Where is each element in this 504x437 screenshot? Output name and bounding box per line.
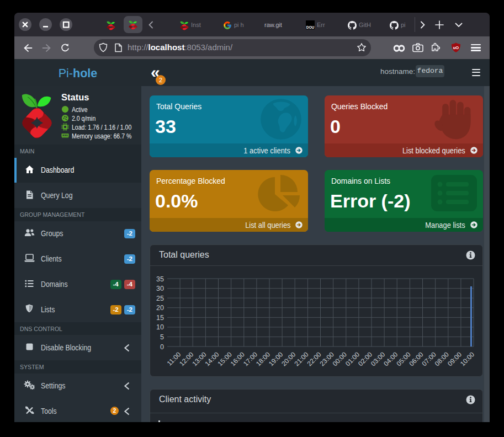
svg-text:02:00: 02:00: [357, 350, 374, 367]
svg-text:20:00: 20:00: [280, 350, 297, 367]
svg-text:00:00: 00:00: [331, 350, 348, 367]
svg-text:05:00: 05:00: [395, 350, 412, 367]
svg-text:35: 35: [156, 275, 164, 283]
svg-text:21:00: 21:00: [293, 350, 310, 367]
svg-text:19:00: 19:00: [267, 350, 284, 367]
svg-text:5: 5: [160, 333, 164, 341]
svg-text:17:00: 17:00: [242, 350, 259, 367]
svg-text:06:00: 06:00: [407, 350, 425, 367]
svg-text:08:00: 08:00: [433, 350, 450, 367]
svg-text:09:00: 09:00: [446, 350, 463, 367]
svg-text:10:00: 10:00: [459, 350, 476, 367]
svg-text:15:00: 15:00: [216, 350, 234, 367]
svg-text:30: 30: [156, 285, 164, 292]
svg-text:uO: uO: [453, 45, 459, 50]
svg-text:23:00: 23:00: [319, 350, 336, 367]
svg-text:13:00: 13:00: [190, 350, 208, 367]
svg-text:0: 0: [160, 343, 164, 351]
svg-text:01:00: 01:00: [344, 350, 361, 367]
svg-text:22:00: 22:00: [305, 350, 322, 367]
svg-text:25: 25: [156, 295, 164, 302]
svg-text:16:00: 16:00: [229, 350, 246, 367]
svg-text:20: 20: [156, 304, 164, 312]
svg-text:10: 10: [156, 323, 164, 331]
svg-text:15: 15: [156, 314, 164, 322]
svg-text:14:00: 14:00: [203, 350, 220, 367]
svg-text:03:00: 03:00: [369, 350, 386, 367]
svg-text:18:00: 18:00: [254, 350, 272, 367]
svg-text:04:00: 04:00: [382, 350, 399, 367]
svg-text:07:00: 07:00: [421, 350, 438, 367]
svg-text:12:00: 12:00: [178, 350, 195, 367]
